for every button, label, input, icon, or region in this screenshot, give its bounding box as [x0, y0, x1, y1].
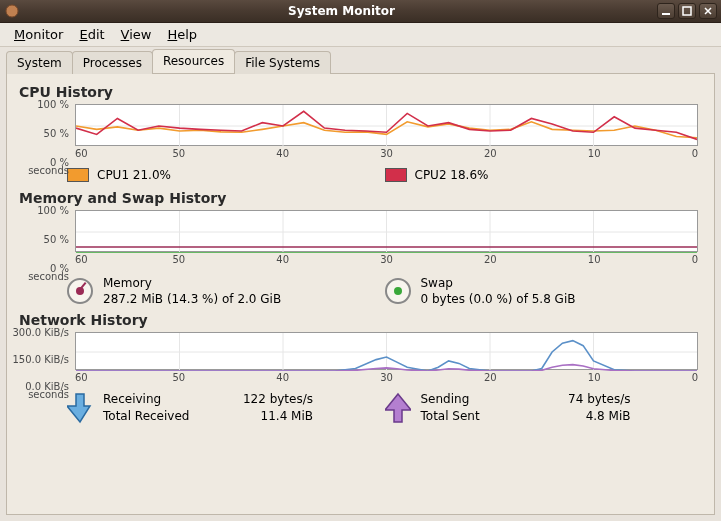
memory-gauge-icon — [67, 278, 93, 304]
net-recv: Receiving 122 bytes/s Total Received 11.… — [67, 392, 385, 424]
send-rate: 74 bytes/s — [551, 392, 631, 406]
cpu-legend: CPU1 21.0% CPU2 18.6% — [67, 168, 702, 182]
cpu1-label: CPU1 21.0% — [97, 168, 171, 182]
send-head: Sending — [421, 392, 531, 406]
window-title: System Monitor — [26, 4, 657, 18]
swap-detail: 0 bytes (0.0 %) of 5.8 GiB — [421, 292, 576, 306]
mem-y-axis: 100 % 50 % 0 % — [19, 210, 73, 268]
net-send: Sending 74 bytes/s Total Sent 4.8 MiB — [385, 392, 703, 424]
svg-rect-2 — [683, 7, 691, 15]
maximize-button[interactable] — [678, 3, 696, 19]
cpu2-legend[interactable]: CPU2 18.6% — [385, 168, 703, 182]
mem-x-unit: seconds — [19, 271, 73, 282]
tab-bar: System Processes Resources File Systems — [0, 47, 721, 73]
mem-x-axis: 60 50 40 30 20 10 0 — [75, 254, 698, 268]
upload-arrow-icon — [385, 392, 411, 424]
net-title: Network History — [19, 312, 702, 328]
minimize-button[interactable] — [657, 3, 675, 19]
cpu1-legend[interactable]: CPU1 21.0% — [67, 168, 385, 182]
menu-view[interactable]: View — [115, 25, 158, 44]
cpu-chart — [75, 104, 698, 146]
cpu-chart-wrap: 100 % 50 % 0 % seconds 60 50 40 30 20 10… — [75, 104, 698, 162]
recv-total-head: Total Received — [103, 409, 213, 423]
cpu-x-axis: 60 50 40 30 20 10 0 — [75, 148, 698, 162]
net-legend: Receiving 122 bytes/s Total Received 11.… — [67, 392, 702, 424]
mem-title: Memory and Swap History — [19, 190, 702, 206]
cpu-y-axis: 100 % 50 % 0 % — [19, 104, 73, 162]
window-controls — [657, 3, 717, 19]
menu-help[interactable]: Help — [161, 25, 203, 44]
close-button[interactable] — [699, 3, 717, 19]
net-x-unit: seconds — [19, 389, 73, 400]
recv-total: 11.4 MiB — [233, 409, 313, 423]
tab-filesystems[interactable]: File Systems — [234, 51, 331, 74]
cpu2-label: CPU2 18.6% — [415, 168, 489, 182]
send-total: 4.8 MiB — [551, 409, 631, 423]
swap-item[interactable]: Swap 0 bytes (0.0 %) of 5.8 GiB — [385, 276, 703, 306]
content-panel: CPU History 100 % 50 % 0 % seconds 60 50… — [6, 73, 715, 515]
recv-head: Receiving — [103, 392, 213, 406]
mem-legend: Memory 287.2 MiB (14.3 %) of 2.0 GiB Swa… — [67, 276, 702, 306]
tab-processes[interactable]: Processes — [72, 51, 153, 74]
menu-edit[interactable]: Edit — [73, 25, 110, 44]
mem-chart — [75, 210, 698, 252]
memory-item[interactable]: Memory 287.2 MiB (14.3 %) of 2.0 GiB — [67, 276, 385, 306]
tab-system[interactable]: System — [6, 51, 73, 74]
menubar: Monitor Edit View Help — [0, 23, 721, 47]
tab-resources[interactable]: Resources — [152, 49, 235, 73]
cpu-x-unit: seconds — [19, 165, 73, 176]
net-chart-wrap: 300.0 KiB/s 150.0 KiB/s 0.0 KiB/s second… — [75, 332, 698, 386]
app-icon — [4, 3, 20, 19]
menu-monitor[interactable]: Monitor — [8, 25, 69, 44]
svg-rect-1 — [662, 13, 670, 15]
svg-point-0 — [6, 5, 18, 17]
net-chart — [75, 332, 698, 370]
memory-head: Memory — [103, 276, 281, 290]
send-total-head: Total Sent — [421, 409, 531, 423]
cpu-title: CPU History — [19, 84, 702, 100]
swap-gauge-icon — [385, 278, 411, 304]
mem-chart-wrap: 100 % 50 % 0 % seconds 60 50 40 30 20 10… — [75, 210, 698, 268]
titlebar: System Monitor — [0, 0, 721, 23]
swap-head: Swap — [421, 276, 576, 290]
memory-detail: 287.2 MiB (14.3 %) of 2.0 GiB — [103, 292, 281, 306]
cpu2-swatch — [385, 168, 407, 182]
net-y-axis: 300.0 KiB/s 150.0 KiB/s 0.0 KiB/s — [19, 332, 73, 386]
recv-rate: 122 bytes/s — [233, 392, 313, 406]
net-x-axis: 60 50 40 30 20 10 0 — [75, 372, 698, 386]
